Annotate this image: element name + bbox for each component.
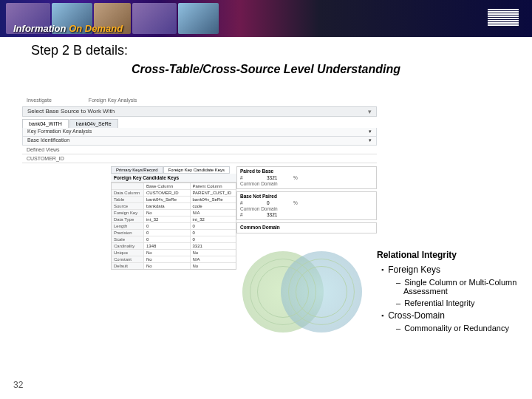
row-key-formation[interactable]: Key Formation Key Analysis ▾ <box>22 128 377 137</box>
select-bar[interactable]: Select Base Source to Work With ▾ <box>22 106 377 117</box>
list-item: Foreign Keys <box>381 265 517 275</box>
thumb <box>178 3 219 34</box>
list-item: Referential Integrity <box>396 299 517 307</box>
paired-header: Base Not Paired <box>240 194 373 199</box>
paired-header: Paired to Base <box>240 168 373 174</box>
common-domain-header: Common Domain <box>240 225 373 230</box>
left-empty-col <box>22 166 111 347</box>
panel-heading: Relational Integrity <box>377 250 517 260</box>
brand-logo: Information On Demand <box>13 23 123 34</box>
defined-view-label: Defined Views <box>27 147 60 152</box>
venn-ring <box>296 266 347 318</box>
base-not-paired-box: Base Not Paired # 0 % Common Domain # 33… <box>236 191 377 220</box>
defined-value-row: CUSTOMER_ID <box>22 154 377 163</box>
header-banner: Information On Demand <box>0 0 532 37</box>
crumb: Investigate <box>27 98 52 103</box>
crumb: Foreign Key Analysis <box>89 98 137 103</box>
paired-row: # 3321 <box>240 212 373 217</box>
defined-value: CUSTOMER_ID <box>27 156 64 161</box>
table-row: ConstantNoN/A <box>112 256 236 263</box>
ibm-logo <box>488 9 519 26</box>
mid-table-col: Primary Keys/Record Foreign Key Candidat… <box>111 166 236 347</box>
page-number: 32 <box>13 380 23 390</box>
chevron-down-icon: ▾ <box>369 129 372 135</box>
table-row: UniqueNoNo <box>112 250 236 256</box>
tab-source-1[interactable]: bank04_WITH <box>22 119 69 128</box>
table-row: Foreign KeyNoN/A <box>112 210 236 216</box>
chevron-down-icon: ▾ <box>369 137 372 144</box>
list-item: Commonality or Redundancy <box>396 324 517 332</box>
select-bar-label: Select Base Source to Work With <box>27 108 115 115</box>
table-row: Cardinality13483321 <box>112 243 236 250</box>
table-row: DefaultNoNo <box>112 263 236 269</box>
table-row: Length00 <box>112 223 236 230</box>
tab-source-2[interactable]: bank04v_SeRe <box>69 119 118 128</box>
list-item: Single Column or Multi-Column Assessment <box>396 278 517 296</box>
table-row: Scale00 <box>112 236 236 243</box>
step-label: Step 2 B details: <box>31 43 532 58</box>
paired-row: # 0 % <box>240 200 373 205</box>
table-row: Tablebank04v_SeRebank04v_SeRe <box>112 197 236 203</box>
table-row: Sourcebankdatacode <box>112 203 236 210</box>
table-row: Precision00 <box>112 230 236 236</box>
paired-row: Common Domain <box>240 181 373 186</box>
paired-row: Common Domain <box>240 206 373 211</box>
table-row: Data Typeint_32int_32 <box>112 216 236 223</box>
screenshot-panel: Investigate Foreign Key Analysis Select … <box>22 96 377 303</box>
text-panel: Relational Integrity Foreign Keys Single… <box>377 250 517 335</box>
mini-tab-fk[interactable]: Foreign Key Candidate Keys <box>163 166 230 174</box>
list-item: Cross-Domain <box>381 310 517 321</box>
kv-header: Base Column <box>144 183 190 189</box>
row-label: Base Identification <box>27 137 69 144</box>
kv-header-row: Base Column Parent Column <box>112 183 236 190</box>
mini-tab-primary[interactable]: Primary Keys/Record <box>111 166 163 174</box>
row-base-identification[interactable]: Base Identification ▾ <box>22 137 377 146</box>
chevron-down-icon: ▾ <box>368 108 372 115</box>
breadcrumb: Investigate Foreign Key Analysis <box>22 96 377 104</box>
venn-diagram <box>236 236 369 347</box>
right-venn-col: Paired to Base # 3321 % Common Domain Ba… <box>236 166 377 347</box>
defined-view-row: Defined Views <box>22 146 377 154</box>
panel-list: Foreign Keys Single Column or Multi-Colu… <box>381 265 517 332</box>
paired-row: # 3321 % <box>240 175 373 180</box>
subtitle: Cross-Table/Cross-Source Level Understan… <box>0 63 532 76</box>
mini-header: Foreign Key Candidate Keys <box>111 174 236 183</box>
row-label: Key Formation Key Analysis <box>27 129 92 135</box>
brand-pre: Information <box>13 23 66 34</box>
kv-header <box>112 183 144 189</box>
brand-post: On Demand <box>69 23 123 34</box>
kv-header: Parent Column <box>190 183 236 189</box>
common-domain-box: Common Domain <box>236 222 377 233</box>
paired-to-base-box: Paired to Base # 3321 % Common Domain <box>236 166 377 189</box>
kv-table: Base Column Parent Column Data ColumnCUS… <box>111 183 236 270</box>
thumb <box>132 3 177 34</box>
source-tabs: bank04_WITH bank04v_SeRe <box>22 119 377 128</box>
table-row: Data ColumnCUSTOMER_IDPARENT_CUST_ID <box>112 190 236 197</box>
mini-tabs: Primary Keys/Record Foreign Key Candidat… <box>111 166 236 174</box>
